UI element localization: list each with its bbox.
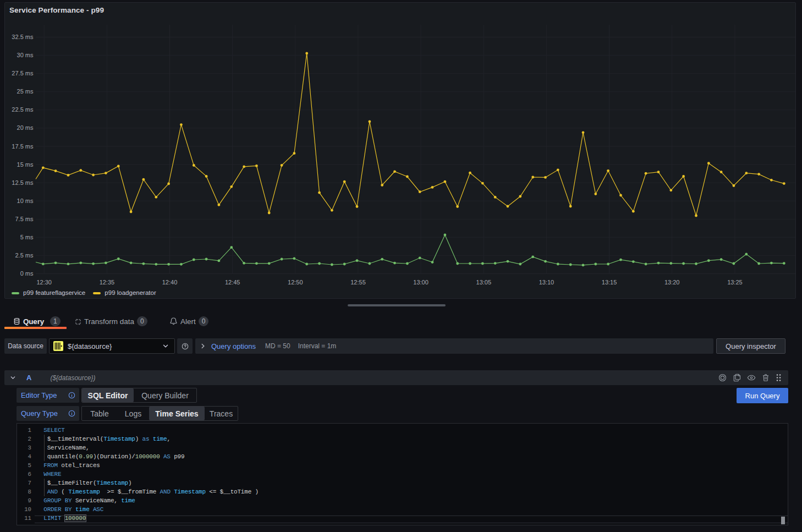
svg-text:15 ms: 15 ms bbox=[17, 161, 34, 168]
svg-text:12:55: 12:55 bbox=[350, 279, 366, 286]
svg-text:0 ms: 0 ms bbox=[20, 270, 34, 277]
svg-text:13:00: 13:00 bbox=[413, 279, 429, 286]
svg-text:12:30: 12:30 bbox=[36, 279, 52, 286]
svg-text:30 ms: 30 ms bbox=[17, 52, 34, 58]
svg-text:12:45: 12:45 bbox=[225, 279, 240, 286]
svg-text:13:10: 13:10 bbox=[539, 279, 554, 286]
svg-text:13:20: 13:20 bbox=[664, 279, 680, 286]
svg-text:10 ms: 10 ms bbox=[17, 198, 34, 204]
svg-text:5 ms: 5 ms bbox=[20, 234, 34, 240]
svg-text:32.5 ms: 32.5 ms bbox=[12, 34, 34, 40]
svg-text:12:35: 12:35 bbox=[100, 279, 115, 286]
svg-text:13:05: 13:05 bbox=[476, 279, 492, 286]
svg-text:2.5 ms: 2.5 ms bbox=[15, 252, 34, 259]
svg-text:17.5 ms: 17.5 ms bbox=[12, 143, 34, 150]
svg-text:20 ms: 20 ms bbox=[17, 124, 34, 131]
svg-text:22.5 ms: 22.5 ms bbox=[12, 106, 34, 113]
svg-text:13:15: 13:15 bbox=[602, 279, 617, 286]
svg-text:13:25: 13:25 bbox=[727, 279, 743, 286]
svg-text:25 ms: 25 ms bbox=[17, 88, 34, 95]
svg-text:7.5 ms: 7.5 ms bbox=[15, 216, 34, 222]
svg-text:12:50: 12:50 bbox=[288, 279, 303, 286]
svg-text:12.5 ms: 12.5 ms bbox=[12, 179, 34, 186]
svg-text:27.5 ms: 27.5 ms bbox=[12, 70, 34, 76]
svg-text:12:40: 12:40 bbox=[162, 279, 178, 286]
